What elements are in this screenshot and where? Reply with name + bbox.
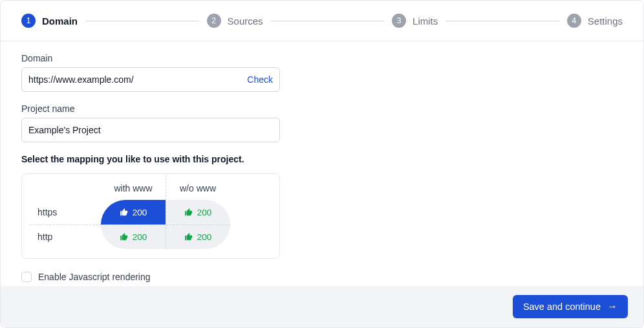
mapping-http-nowww[interactable]: 200 xyxy=(166,224,230,249)
step-domain[interactable]: 1 Domain xyxy=(21,14,78,28)
step-divider xyxy=(445,21,559,21)
domain-group: Domain Check xyxy=(21,53,280,92)
status-value: 200 xyxy=(133,232,147,242)
settings-card: 1 Domain 2 Sources 3 Limits 4 Settings D… xyxy=(0,0,644,328)
thumbs-up-icon xyxy=(184,232,193,241)
step-label: Settings xyxy=(588,16,623,27)
js-rendering-row: Enable Javascript rendering xyxy=(21,272,623,282)
thumbs-up-icon xyxy=(184,208,193,217)
js-rendering-label: Enable Javascript rendering xyxy=(38,272,151,282)
status-value: 200 xyxy=(133,208,147,217)
step-number: 1 xyxy=(21,14,36,28)
thumbs-up-icon xyxy=(120,232,129,241)
mapping-title: Select the mapping you like to use with … xyxy=(21,154,623,164)
pill-grid: 200 200 200 xyxy=(101,200,230,249)
project-name-input-wrap xyxy=(21,118,280,142)
save-and-continue-button[interactable]: Save and continue → xyxy=(513,295,628,318)
row-label-https: https xyxy=(30,201,101,224)
step-number: 3 xyxy=(392,14,406,28)
step-limits[interactable]: 3 Limits xyxy=(392,14,438,28)
step-label: Sources xyxy=(228,16,263,27)
col-header-with-www: with www xyxy=(101,183,166,200)
check-button[interactable]: Check xyxy=(247,74,273,85)
horizontal-divider-outer xyxy=(30,224,101,225)
mapping-pill-area: 200 200 200 xyxy=(101,200,230,249)
step-label: Domain xyxy=(42,16,78,27)
step-number: 4 xyxy=(567,14,581,28)
status-value: 200 xyxy=(197,208,212,217)
row-label-http: http xyxy=(30,225,101,248)
save-button-label: Save and continue xyxy=(523,301,601,312)
domain-input[interactable] xyxy=(28,74,241,85)
stepper: 1 Domain 2 Sources 3 Limits 4 Settings xyxy=(1,1,643,41)
project-name-label: Project name xyxy=(21,104,280,114)
mapping-http-www[interactable]: 200 xyxy=(101,224,166,249)
form-content: Domain Check Project name Select the map… xyxy=(1,41,643,286)
thumbs-up-icon xyxy=(120,208,129,217)
step-label: Limits xyxy=(413,16,438,27)
step-settings[interactable]: 4 Settings xyxy=(567,14,623,28)
mapping-box: with www w/o www https http 200 xyxy=(21,173,280,259)
project-name-group: Project name xyxy=(21,104,280,142)
arrow-right-icon: → xyxy=(607,301,617,312)
js-rendering-checkbox[interactable] xyxy=(21,272,32,282)
mapping-https-nowww[interactable]: 200 xyxy=(166,200,230,224)
step-sources[interactable]: 2 Sources xyxy=(207,14,263,28)
status-value: 200 xyxy=(197,232,212,242)
step-divider xyxy=(85,21,199,21)
mapping-https-www[interactable]: 200 xyxy=(101,200,166,224)
step-divider xyxy=(271,21,385,21)
project-name-input[interactable] xyxy=(28,125,273,135)
step-number: 2 xyxy=(207,14,221,28)
col-header-without-www: w/o www xyxy=(166,183,230,200)
domain-label: Domain xyxy=(21,53,280,63)
footer: Save and continue → xyxy=(1,286,643,327)
domain-input-wrap: Check xyxy=(21,67,280,92)
mapping-grid: with www w/o www https http 200 xyxy=(30,183,272,249)
